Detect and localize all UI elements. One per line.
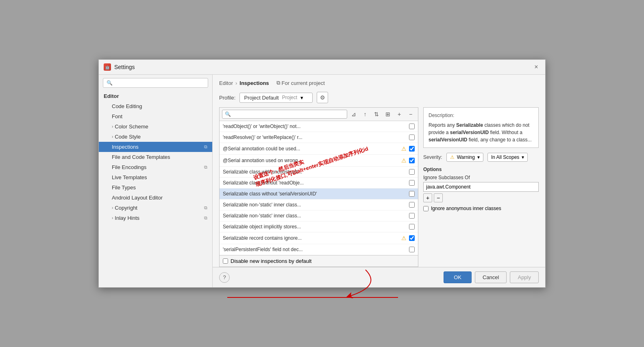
sidebar-item-file-code-templates[interactable]: File and Code Templates (99, 152, 212, 162)
copy-icon: ⧉ (204, 165, 207, 170)
breadcrumb-parent: Editor (219, 80, 233, 86)
ignore-anon-checkbox[interactable] (423, 206, 429, 211)
right-panel: Description: Reports any Serializable cl… (423, 107, 539, 267)
remove-button[interactable]: − (406, 109, 416, 119)
apply-button[interactable]: Apply (510, 271, 539, 283)
sidebar-item-color-scheme[interactable]: › Color Scheme (99, 121, 212, 132)
ignore-subclasses-input[interactable] (423, 182, 539, 192)
options-section: Options Ignore Subclasses Of + − Ignore … (423, 167, 539, 211)
sidebar-item-inlay-hints[interactable]: › Inlay Hints ⧉ (99, 213, 212, 223)
item-checkbox[interactable] (409, 213, 415, 219)
item-checkbox[interactable] (409, 146, 415, 152)
copy-small-icon: ⧉ (276, 80, 280, 86)
profile-label: Profile: (219, 95, 235, 101)
item-checkbox[interactable] (409, 247, 415, 252)
ignore-anon-row: Ignore anonymous inner classes (423, 206, 539, 211)
list-item[interactable]: Serializable object implicitly stores... (220, 221, 418, 232)
item-checkbox[interactable] (409, 180, 415, 186)
sidebar-search[interactable]: 🔍 (103, 78, 208, 88)
filter-button[interactable]: ⊿ (349, 109, 359, 119)
list-item[interactable]: 'serialPersistentFields' field not dec..… (220, 244, 418, 255)
sidebar-item-code-editing[interactable]: Code Editing (99, 101, 212, 111)
close-button[interactable]: × (532, 63, 540, 71)
description-title: Description: (429, 112, 533, 119)
item-checkbox[interactable] (409, 169, 415, 175)
sidebar-item-inspections[interactable]: Inspections ⧉ (99, 142, 212, 152)
chevron-icon: › (112, 206, 113, 210)
inspections-label: Inspections (112, 144, 139, 150)
list-item[interactable]: Serializable non-'static' inner class... (220, 200, 418, 210)
chevron-icon: › (112, 134, 113, 139)
list-item[interactable]: Serializable class without 'readObje... (220, 178, 418, 189)
item-checkbox[interactable] (409, 224, 415, 230)
sidebar-item-editor[interactable]: Editor (99, 91, 212, 101)
inspection-search-input[interactable] (233, 111, 344, 117)
sidebar-item-live-templates[interactable]: Live Templates (99, 172, 212, 182)
dialog-body: 🔍 Editor Code Editing Font › Color Schem… (99, 75, 545, 287)
profile-bar: Profile: Project Default Project ▾ ⚙ (213, 89, 545, 107)
list-item[interactable]: 'readObject()' or 'writeObject()' not... (220, 121, 418, 132)
expand-button[interactable]: ⊞ (383, 109, 393, 119)
item-checkbox[interactable] (409, 191, 415, 197)
android-layout-label: Android Layout Editor (112, 195, 163, 201)
code-editing-label: Code Editing (112, 103, 142, 109)
search-icon: 🔍 (107, 80, 113, 86)
toolbar-search[interactable]: 🔍 (222, 110, 347, 119)
sort-desc-button[interactable]: ⇅ (372, 109, 381, 119)
file-code-templates-label: File and Code Templates (112, 154, 170, 160)
breadcrumb-separator: › (235, 80, 237, 86)
item-checkbox[interactable] (409, 134, 415, 140)
inspections-area: 🔍 ⊿ ↑ ⇅ ⊞ + − (213, 107, 545, 267)
severity-dropdown[interactable]: ⚠ Warning ▾ (446, 153, 483, 162)
profile-tag: Project (282, 95, 297, 100)
ignore-buttons: + − (423, 193, 539, 202)
remove-subclass-button[interactable]: − (434, 193, 443, 202)
disable-inspections-checkbox[interactable] (223, 258, 228, 264)
title-bar: 🤖 Settings × (99, 60, 545, 75)
list-item[interactable]: Serializable non-'static' inner class... (220, 210, 418, 221)
list-item[interactable]: 'readResolve()' or 'writeReplace()' r... (220, 132, 418, 143)
footer-bar: ? OK Cancel Apply (213, 267, 545, 287)
add-button[interactable]: + (394, 109, 404, 119)
settings-dialog: 🤖 Settings × 🔍 Editor Code Editing Font (98, 59, 546, 288)
item-checkbox[interactable] (409, 158, 415, 163)
gear-icon: ⚙ (320, 94, 325, 101)
color-scheme-label: Color Scheme (115, 124, 148, 130)
scope-dropdown[interactable]: In All Scopes ▾ (487, 153, 528, 162)
add-subclass-button[interactable]: + (423, 193, 432, 202)
warning-icon: ⚠ (450, 154, 455, 160)
breadcrumb-current: Inspections (239, 80, 269, 86)
item-checkbox[interactable] (409, 124, 415, 129)
code-style-label: Code Style (115, 134, 141, 140)
list-item[interactable]: Serializable record contains ignore... ⚠ (220, 232, 418, 244)
editor-label: Editor (104, 93, 119, 99)
list-item[interactable]: Serializable class with unconstructi... (220, 167, 418, 178)
toolbar: 🔍 ⊿ ↑ ⇅ ⊞ + − (220, 108, 418, 121)
severity-label: Severity: (423, 154, 442, 160)
search-input[interactable] (115, 80, 205, 86)
list-item[interactable]: @Serial annotation used on wrong... ⚠ (220, 155, 418, 167)
main-content: Editor › Inspections ⧉ For current proje… (213, 75, 545, 287)
sort-asc-button[interactable]: ↑ (360, 109, 370, 119)
list-item-selected[interactable]: Serializable class without 'serialVersio… (220, 189, 418, 200)
item-checkbox[interactable] (409, 235, 415, 241)
profile-name: Project Default (244, 95, 278, 101)
ignore-anon-label: Ignore anonymous inner classes (431, 206, 501, 211)
description-text: Reports any Serializable classes which d… (429, 121, 533, 143)
sidebar-item-code-style[interactable]: › Code Style (99, 132, 212, 142)
sidebar-item-android-layout[interactable]: Android Layout Editor (99, 193, 212, 203)
copyright-label: Copyright (115, 205, 137, 211)
ok-button[interactable]: OK (444, 271, 472, 283)
sidebar-item-file-types[interactable]: File Types (99, 182, 212, 193)
profile-dropdown[interactable]: Project Default Project ▾ (239, 93, 313, 103)
help-button[interactable]: ? (219, 272, 230, 283)
sidebar-item-font[interactable]: Font (99, 111, 212, 121)
gear-button[interactable]: ⚙ (317, 92, 328, 103)
cancel-button[interactable]: Cancel (475, 271, 507, 283)
item-checkbox[interactable] (409, 202, 415, 208)
list-item[interactable]: @Serial annotation could be used... ⚠ (220, 143, 418, 155)
for-project-text: For current project (282, 80, 325, 86)
options-title: Options (423, 167, 539, 172)
sidebar-item-file-encodings[interactable]: File Encodings ⧉ (99, 162, 212, 172)
sidebar-item-copyright[interactable]: › Copyright ⧉ (99, 203, 212, 213)
